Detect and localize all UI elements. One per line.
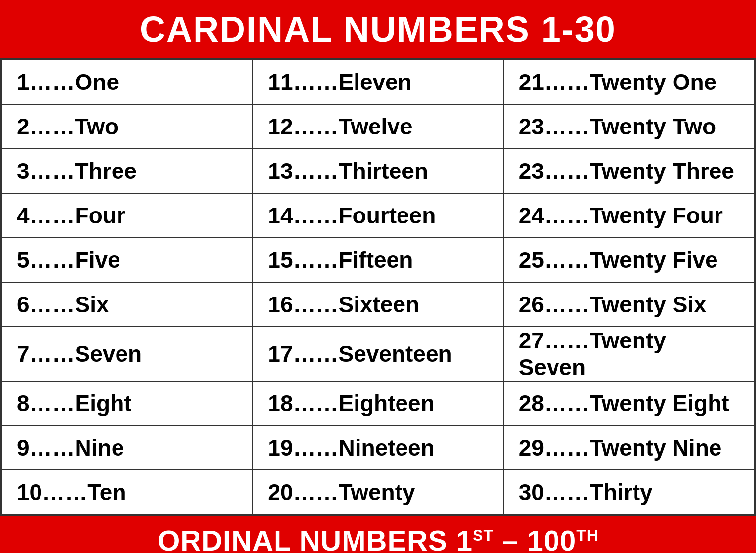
footer-banner: ORDINAL NUMBERS 1ST – 100TH — [0, 516, 756, 553]
footer-text: ORDINAL NUMBERS 1ST – 100TH — [158, 524, 598, 553]
cell-8-2: 18……Eighteen — [252, 381, 503, 425]
table-row: 5……Five15……Fifteen25……Twenty Five — [1, 238, 755, 282]
cell-7-3: 27……Twenty Seven — [504, 327, 755, 381]
cell-1-3: 21……Twenty One — [504, 60, 755, 104]
cell-4-2: 14……Fourteen — [252, 193, 503, 238]
cell-2-1: 2……Two — [1, 104, 252, 149]
cell-10-2: 20……Twenty — [252, 470, 503, 514]
table-body: 1……One11……Eleven21……Twenty One2……Two12……… — [1, 60, 755, 514]
table-row: 7……Seven17……Seventeen27……Twenty Seven — [1, 327, 755, 381]
numbers-table: 1……One11……Eleven21……Twenty One2……Two12……… — [1, 59, 755, 515]
cell-6-2: 16……Sixteen — [252, 282, 503, 327]
cell-3-1: 3……Three — [1, 149, 252, 193]
table-row: 9……Nine19……Nineteen29……Twenty Nine — [1, 425, 755, 470]
cell-6-1: 6……Six — [1, 282, 252, 327]
table-row: 4……Four14……Fourteen24……Twenty Four — [1, 193, 755, 238]
cell-4-1: 4……Four — [1, 193, 252, 238]
cell-10-3: 30……Thirty — [504, 470, 755, 514]
table-row: 6……Six16……Sixteen26……Twenty Six — [1, 282, 755, 327]
cell-4-3: 24……Twenty Four — [504, 193, 755, 238]
cell-9-2: 19……Nineteen — [252, 425, 503, 470]
cell-3-2: 13……Thirteen — [252, 149, 503, 193]
table-row: 3……Three13……Thirteen23……Twenty Three — [1, 149, 755, 193]
table-row: 1……One11……Eleven21……Twenty One — [1, 60, 755, 104]
cell-5-3: 25……Twenty Five — [504, 238, 755, 282]
header-title: CARDINAL NUMBERS 1-30 — [140, 9, 616, 49]
cell-7-2: 17……Seventeen — [252, 327, 503, 381]
cell-10-1: 10……Ten — [1, 470, 252, 514]
cell-7-1: 7……Seven — [1, 327, 252, 381]
cell-8-3: 28……Twenty Eight — [504, 381, 755, 425]
cell-1-1: 1……One — [1, 60, 252, 104]
cell-9-3: 29……Twenty Nine — [504, 425, 755, 470]
cell-9-1: 9……Nine — [1, 425, 252, 470]
table-row: 10……Ten20……Twenty30……Thirty — [1, 470, 755, 514]
cell-3-3: 23……Twenty Three — [504, 149, 755, 193]
numbers-table-container: 1……One11……Eleven21……Twenty One2……Two12……… — [0, 58, 756, 516]
table-row: 8……Eight18……Eighteen28……Twenty Eight — [1, 381, 755, 425]
cell-6-3: 26……Twenty Six — [504, 282, 755, 327]
page-title: CARDINAL NUMBERS 1-30 — [0, 0, 756, 58]
cell-2-2: 12……Twelve — [252, 104, 503, 149]
cell-5-2: 15……Fifteen — [252, 238, 503, 282]
cell-1-2: 11……Eleven — [252, 60, 503, 104]
cell-8-1: 8……Eight — [1, 381, 252, 425]
cell-5-1: 5……Five — [1, 238, 252, 282]
cell-2-3: 23……Twenty Two — [504, 104, 755, 149]
table-row: 2……Two12……Twelve23……Twenty Two — [1, 104, 755, 149]
